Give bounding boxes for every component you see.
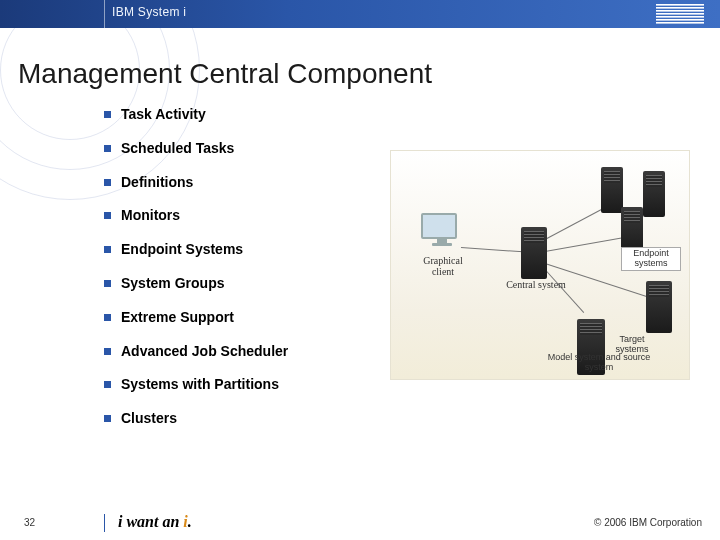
ibm-logo — [656, 4, 704, 24]
bullet-text: Clusters — [121, 410, 177, 427]
list-item: Advanced Job Scheduler — [104, 343, 404, 360]
svg-rect-4 — [656, 16, 704, 18]
list-item: Endpoint Systems — [104, 241, 404, 258]
diagram-label-endpoint-systems: Endpoint systems — [621, 247, 681, 271]
diagram-label-model-source: Model system and source system — [544, 353, 654, 373]
list-item: Scheduled Tasks — [104, 140, 404, 157]
bullet-text: Monitors — [121, 207, 180, 224]
bullet-text: Advanced Job Scheduler — [121, 343, 288, 360]
svg-rect-0 — [656, 4, 704, 6]
list-item: Clusters — [104, 410, 404, 427]
list-item: Systems with Partitions — [104, 376, 404, 393]
header-divider — [104, 0, 105, 28]
bullet-icon — [104, 145, 111, 152]
list-item: Task Activity — [104, 106, 404, 123]
header-bar: IBM System i — [0, 0, 720, 28]
footer-divider — [104, 514, 105, 532]
bullet-list: Task Activity Scheduled Tasks Definition… — [104, 106, 404, 444]
server-tower-icon — [521, 227, 547, 279]
bullet-icon — [104, 111, 111, 118]
svg-rect-2 — [656, 10, 704, 12]
product-name: IBM System i — [112, 5, 186, 19]
bullet-icon — [104, 212, 111, 219]
bullet-icon — [104, 246, 111, 253]
page-number: 32 — [24, 517, 35, 528]
slide-title: Management Central Component — [18, 58, 432, 90]
list-item: Definitions — [104, 174, 404, 191]
footer: 32 i want an i. © 2006 IBM Corporation — [0, 506, 720, 540]
svg-rect-1 — [656, 7, 704, 9]
bullet-text: Definitions — [121, 174, 193, 191]
bullet-text: Systems with Partitions — [121, 376, 279, 393]
bullet-text: System Groups — [121, 275, 224, 292]
list-item: Monitors — [104, 207, 404, 224]
bullet-text: Endpoint Systems — [121, 241, 243, 258]
diagram-label-graphical-client: Graphical client — [413, 255, 473, 277]
list-item: Extreme Support — [104, 309, 404, 326]
bullet-icon — [104, 179, 111, 186]
server-tower-icon — [646, 281, 672, 333]
bullet-icon — [104, 348, 111, 355]
tagline-suffix: . — [188, 513, 192, 530]
copyright: © 2006 IBM Corporation — [594, 517, 702, 528]
bullet-icon — [104, 381, 111, 388]
svg-rect-6 — [656, 22, 704, 24]
bullet-text: Extreme Support — [121, 309, 234, 326]
svg-rect-3 — [656, 13, 704, 15]
monitor-icon — [421, 213, 463, 249]
network-diagram: Graphical client Central system Endpoint… — [390, 150, 690, 380]
server-tower-icon — [643, 171, 665, 217]
bullet-text: Scheduled Tasks — [121, 140, 234, 157]
svg-rect-5 — [656, 19, 704, 21]
server-tower-icon — [601, 167, 623, 213]
diagram-label-central-system: Central system — [506, 279, 566, 290]
bullet-icon — [104, 280, 111, 287]
bullet-text: Task Activity — [121, 106, 206, 123]
tagline-prefix: i want an — [118, 513, 183, 530]
bullet-icon — [104, 415, 111, 422]
tagline: i want an i. — [118, 513, 192, 531]
list-item: System Groups — [104, 275, 404, 292]
bullet-icon — [104, 314, 111, 321]
